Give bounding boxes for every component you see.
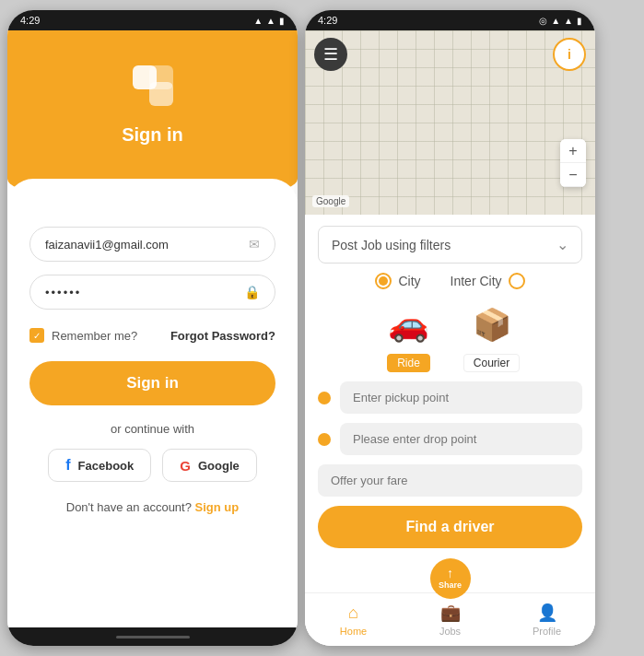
home-label: Home	[340, 626, 367, 637]
info-icon: i	[568, 47, 571, 62]
car-icon: 🚗	[388, 305, 429, 344]
signup-row: Don't have an account? Sign up	[29, 500, 275, 514]
facebook-icon: f	[65, 457, 70, 474]
courier-service-card[interactable]: 📦 Courier	[460, 299, 524, 372]
email-input[interactable]	[45, 238, 249, 252]
pickup-row	[318, 381, 582, 414]
service-selector: 🚗 Ride 📦 Courier	[318, 299, 582, 372]
intercity-option[interactable]: Inter City	[451, 273, 525, 289]
nav-profile[interactable]: 👤 Profile	[498, 603, 595, 637]
profile-icon: 👤	[537, 603, 557, 623]
filter-label: Post Job using filters	[332, 238, 451, 252]
home-bar	[116, 636, 190, 638]
wifi-icon-r: ▲	[564, 16, 573, 26]
or-text: or continue with	[29, 422, 275, 436]
email-field-wrapper[interactable]: ✉	[29, 227, 275, 262]
chevron-down-icon: ⌄	[556, 236, 568, 253]
wifi-icon: ▲	[266, 16, 275, 26]
forgot-password-link[interactable]: Forgot Password?	[170, 329, 275, 343]
drop-input[interactable]	[340, 423, 582, 455]
city-label: City	[398, 274, 420, 288]
ride-label: Ride	[387, 354, 430, 372]
battery-icon-r: ▮	[577, 16, 582, 26]
remember-left[interactable]: ✓ Remember me?	[29, 328, 137, 343]
remember-label: Remember me?	[52, 329, 137, 343]
map-area: ☰ i + − Google	[305, 30, 595, 215]
filter-dropdown[interactable]: Post Job using filters ⌄	[318, 226, 582, 264]
google-label: Google	[198, 459, 240, 473]
google-watermark: Google	[312, 195, 349, 207]
status-bar-left: 4:29 ▲ ▲ ▮	[7, 10, 298, 30]
google-button[interactable]: G Google	[162, 449, 256, 482]
city-radio-fill	[379, 276, 388, 286]
courier-icon: 📦	[473, 306, 511, 343]
google-icon: G	[180, 458, 191, 474]
no-account-text: Don't have an account?	[66, 500, 192, 514]
facebook-label: Facebook	[78, 459, 135, 473]
home-indicator-left	[7, 627, 298, 646]
share-icon: ↑	[447, 567, 453, 580]
time-right: 4:29	[318, 15, 337, 26]
signup-link[interactable]: Sign up	[195, 500, 240, 514]
share-fab[interactable]: ↑ Share	[430, 558, 471, 599]
city-option[interactable]: City	[375, 273, 420, 289]
jobs-label: Jobs	[439, 626, 461, 637]
svg-rect-2	[149, 65, 173, 89]
status-icons-left: ▲ ▲ ▮	[253, 16, 285, 26]
pickup-input[interactable]	[340, 381, 582, 414]
signin-button[interactable]: Sign in	[29, 361, 275, 405]
ride-icon-box: 🚗	[377, 299, 441, 350]
signin-title: Sign in	[122, 124, 183, 146]
battery-icon: ▮	[279, 16, 285, 26]
pickup-dot	[318, 392, 331, 404]
time-left: 4:29	[20, 15, 40, 26]
find-driver-button[interactable]: Find a driver	[318, 506, 582, 548]
fare-input[interactable]	[318, 464, 582, 497]
social-row: f Facebook G Google	[29, 449, 275, 482]
map-zoom-controls: + −	[560, 139, 586, 187]
drop-dot	[318, 433, 331, 446]
city-selector-row: City Inter City	[318, 273, 582, 289]
lock-icon: 🔒	[244, 285, 260, 299]
location-icon: ◎	[539, 16, 547, 26]
remember-checkbox[interactable]: ✓	[29, 328, 44, 343]
intercity-label: Inter City	[451, 274, 502, 288]
signal-icon: ▲	[253, 16, 263, 26]
courier-icon-box: 📦	[460, 299, 524, 350]
remember-row: ✓ Remember me? Forgot Password?	[29, 328, 275, 343]
signin-screen: 4:29 ▲ ▲ ▮ Sign in ✉ 🔒	[7, 10, 298, 646]
signin-header: Sign in	[7, 30, 298, 179]
drop-row	[318, 423, 582, 455]
jobs-icon: 💼	[440, 603, 461, 623]
bottom-nav: ⌂ Home ↑ Share 💼 Jobs 👤 P	[305, 592, 595, 646]
email-icon: ✉	[249, 237, 260, 252]
signin-body: ✉ 🔒 ✓ Remember me? Forgot Password? Sign…	[7, 179, 298, 627]
signal-icon-r: ▲	[551, 16, 560, 26]
status-bar-right: 4:29 ◎ ▲ ▲ ▮	[305, 10, 595, 30]
courier-label: Courier	[463, 354, 520, 372]
share-label: Share	[439, 581, 462, 591]
password-field-wrapper[interactable]: 🔒	[29, 275, 275, 310]
right-content: ☰ i + − Google Post Job using filters ⌄	[305, 30, 595, 646]
map-topbar: ☰ i	[305, 38, 595, 71]
intercity-radio[interactable]	[509, 273, 525, 289]
job-screen: 4:29 ◎ ▲ ▲ ▮ ☰ i	[305, 10, 595, 646]
hamburger-icon: ☰	[323, 44, 338, 64]
password-input[interactable]	[45, 286, 244, 299]
facebook-button[interactable]: f Facebook	[48, 449, 151, 482]
city-radio[interactable]	[375, 273, 392, 289]
zoom-in-button[interactable]: +	[560, 139, 586, 163]
app-logo	[123, 56, 182, 115]
status-icons-right: ◎ ▲ ▲ ▮	[539, 16, 582, 26]
ride-service-card[interactable]: 🚗 Ride	[377, 299, 441, 372]
home-icon: ⌂	[348, 603, 358, 623]
intercity-radio-fill	[512, 276, 521, 286]
info-button[interactable]: i	[553, 38, 586, 71]
nav-jobs[interactable]: ↑ Share 💼 Jobs	[402, 603, 498, 637]
zoom-out-button[interactable]: −	[560, 163, 586, 187]
hamburger-button[interactable]: ☰	[314, 38, 347, 71]
profile-label: Profile	[533, 626, 561, 637]
nav-home[interactable]: ⌂ Home	[305, 603, 402, 637]
